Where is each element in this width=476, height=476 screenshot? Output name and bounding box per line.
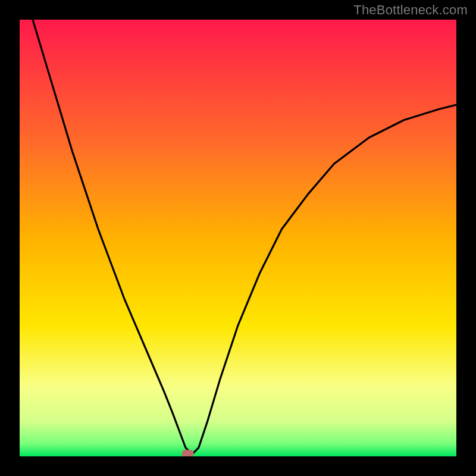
chart-container: TheBottleneck.com <box>0 0 476 476</box>
bottleneck-chart <box>0 0 476 476</box>
attribution-label: TheBottleneck.com <box>353 2 468 18</box>
chart-gradient-bg <box>20 20 456 456</box>
